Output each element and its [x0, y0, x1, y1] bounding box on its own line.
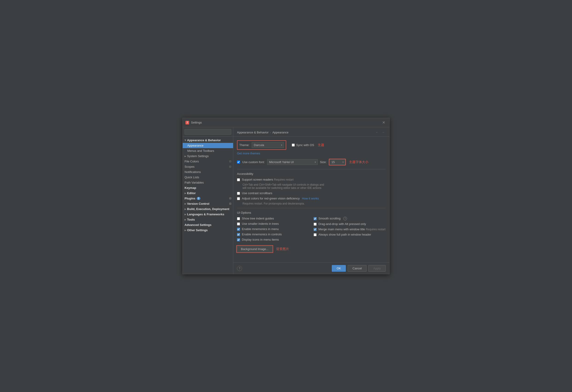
content-area: ▶ Appearance & Behavior Appearance Menus…: [183, 127, 389, 274]
expand-arrow-appearance-behavior: ▶: [184, 140, 187, 141]
smaller-indents-label: Use smaller indents in trees: [242, 222, 279, 225]
main-content: Theme: Darcula IntelliJ Light High Contr…: [233, 137, 389, 263]
tree-indent-checkbox[interactable]: [237, 217, 240, 220]
screen-readers-desc: Ctrl+Tab and Ctrl+Shift+Tab will navigat…: [242, 183, 386, 189]
smooth-scrolling-checkbox[interactable]: [314, 217, 317, 220]
sidebar-item-file-colors[interactable]: File Colors ⊡: [183, 159, 233, 164]
mnemonics-controls-row: Enable mnemonics in controls: [237, 233, 309, 236]
red-green-checkbox[interactable]: [237, 197, 240, 200]
how-it-works-link[interactable]: How it works: [302, 197, 319, 200]
expand-arrow-version-control: ▶: [185, 203, 186, 205]
sidebar-item-menus-toolbars[interactable]: Menus and Toolbars: [183, 148, 233, 154]
sidebar-item-path-variables[interactable]: Path Variables: [183, 180, 233, 185]
divider-2: [237, 208, 386, 208]
ui-options-grid: Show tree indent guides Use smaller inde…: [237, 217, 386, 243]
footer: ? OK Cancel Apply: [233, 263, 389, 274]
merge-menu-checkbox[interactable]: [314, 228, 317, 231]
sidebar-item-other-settings[interactable]: ▶ Other Settings: [183, 228, 233, 233]
merge-menu-note: Requires restart: [366, 228, 385, 231]
sidebar-item-appearance-behavior[interactable]: ▶ Appearance & Behavior: [183, 138, 233, 143]
sidebar-item-system-settings[interactable]: ▶ System Settings: [183, 154, 233, 159]
mnemonics-menu-checkbox[interactable]: [237, 228, 240, 231]
theme-label: Theme:: [239, 143, 249, 147]
expand-arrow-tools: ▶: [185, 219, 186, 221]
sidebar: ▶ Appearance & Behavior Appearance Menus…: [183, 127, 233, 274]
contrast-scrollbars-checkbox[interactable]: [237, 192, 240, 195]
sidebar-item-notifications[interactable]: Notifications: [183, 169, 233, 175]
ui-options-right: Smooth scrolling ? Drag-and-drop with Al…: [314, 217, 386, 243]
breadcrumb-part1: Appearance & Behavior: [237, 131, 269, 134]
main-header: Appearance & Behavior › Appearance ← →: [233, 127, 389, 137]
cancel-button[interactable]: Cancel: [348, 265, 366, 272]
footer-left: ?: [237, 266, 242, 271]
theme-select[interactable]: Darcula IntelliJ Light High Contrast Win…: [252, 142, 284, 148]
full-path-checkbox[interactable]: [314, 233, 317, 236]
size-label: Size:: [320, 160, 327, 164]
background-image-button[interactable]: Background Image...: [237, 246, 272, 252]
sidebar-item-advanced-settings[interactable]: Advanced Settings: [183, 222, 233, 228]
merge-menu-label: Merge main menu with window title: [318, 228, 365, 231]
sidebar-item-editor[interactable]: ▶ Editor: [183, 190, 233, 196]
main-panel: Appearance & Behavior › Appearance ← → T…: [233, 127, 389, 274]
nav-arrows: ← →: [375, 130, 386, 135]
display-icons-checkbox[interactable]: [237, 238, 240, 241]
screen-readers-content: Support screen readers Requires restart: [242, 178, 294, 181]
sync-os-checkbox[interactable]: [292, 143, 295, 147]
scopes-page-icon: ⊡: [229, 165, 231, 168]
expand-arrow-languages: ▶: [185, 213, 186, 216]
size-box-wrapper: 10111213 14151618: [329, 159, 346, 165]
sidebar-item-keymap[interactable]: Keymap: [183, 185, 233, 190]
nav-forward-arrow[interactable]: →: [381, 130, 386, 135]
breadcrumb: Appearance & Behavior › Appearance: [237, 131, 288, 134]
red-green-content: Adjust colors for red-green vision defic…: [242, 197, 319, 200]
sidebar-item-scopes[interactable]: Scopes ⊡: [183, 164, 233, 169]
screen-readers-checkbox[interactable]: [237, 178, 240, 181]
accessibility-header: Accessibility: [237, 172, 386, 175]
sidebar-item-tools[interactable]: ▶ Tools: [183, 217, 233, 222]
smooth-scrolling-help-icon[interactable]: ?: [343, 217, 347, 220]
help-button[interactable]: ?: [237, 266, 242, 271]
sidebar-item-quick-lists[interactable]: Quick Lists: [183, 175, 233, 180]
drag-drop-label: Drag-and-drop with Alt pressed only: [318, 222, 366, 226]
size-select[interactable]: 10111213 14151618: [329, 159, 345, 165]
full-path-row: Always show full path in window header: [314, 233, 386, 236]
plugins-badge: 2: [197, 197, 200, 200]
sidebar-item-appearance[interactable]: Appearance: [183, 143, 233, 148]
bg-btn-row: Background Image... 背景图片: [237, 246, 386, 252]
sidebar-item-languages-frameworks[interactable]: ▶ Languages & Frameworks: [183, 212, 233, 217]
font-select[interactable]: Microsoft YaHei UI Arial Consolas Segoe …: [267, 159, 318, 165]
close-button[interactable]: ✕: [381, 120, 387, 125]
file-colors-page-icon: ⊡: [229, 160, 231, 163]
search-input[interactable]: [185, 129, 231, 135]
ok-button[interactable]: OK: [332, 265, 346, 272]
sidebar-item-build-execution[interactable]: ▶ Build, Execution, Deployment: [183, 206, 233, 212]
nav-back-arrow[interactable]: ←: [375, 130, 380, 135]
settings-dialog: J Settings ✕ ▶ Appearance & Behavior App…: [182, 118, 390, 274]
title-bar-left: J Settings: [185, 121, 202, 125]
divider-1: [237, 169, 386, 169]
contrast-scrollbars-label: Use contrast scrollbars: [242, 191, 272, 195]
red-green-row: Adjust colors for red-green vision defic…: [237, 197, 386, 200]
title-bar: J Settings ✕: [183, 118, 389, 127]
expand-arrow-other: ▶: [185, 229, 186, 231]
custom-font-checkbox[interactable]: [237, 161, 240, 164]
font-row-inner: Use custom font: Microsoft YaHei UI Aria…: [237, 159, 346, 165]
sidebar-item-plugins[interactable]: Plugins 2 ⊡: [183, 196, 233, 201]
mnemonics-controls-label: Enable mnemonics in controls: [242, 233, 282, 236]
smaller-indents-checkbox[interactable]: [237, 222, 240, 225]
get-themes-link[interactable]: Get more themes: [237, 152, 386, 155]
font-select-wrapper: Microsoft YaHei UI Arial Consolas Segoe …: [267, 159, 318, 165]
theme-row-outer: Theme: Darcula IntelliJ Light High Contr…: [237, 140, 386, 150]
apply-button[interactable]: Apply: [368, 265, 386, 272]
sidebar-item-version-control[interactable]: ▶ Version Control ⊡: [183, 201, 233, 206]
red-green-desc: Requires restart. For protanopia and deu…: [242, 202, 386, 205]
smaller-indents-row: Use smaller indents in trees: [237, 222, 309, 225]
mnemonics-menu-row: Enable mnemonics in menu: [237, 227, 309, 231]
mnemonics-controls-checkbox[interactable]: [237, 233, 240, 236]
full-path-label: Always show full path in window header: [318, 233, 371, 236]
smooth-scrolling-row: Smooth scrolling ?: [314, 217, 386, 220]
expand-arrow-editor: ▶: [185, 192, 186, 194]
merge-menu-row: Merge main menu with window title Requir…: [314, 228, 386, 231]
drag-drop-checkbox[interactable]: [314, 223, 317, 226]
tree-indent-row: Show tree indent guides: [237, 217, 309, 220]
